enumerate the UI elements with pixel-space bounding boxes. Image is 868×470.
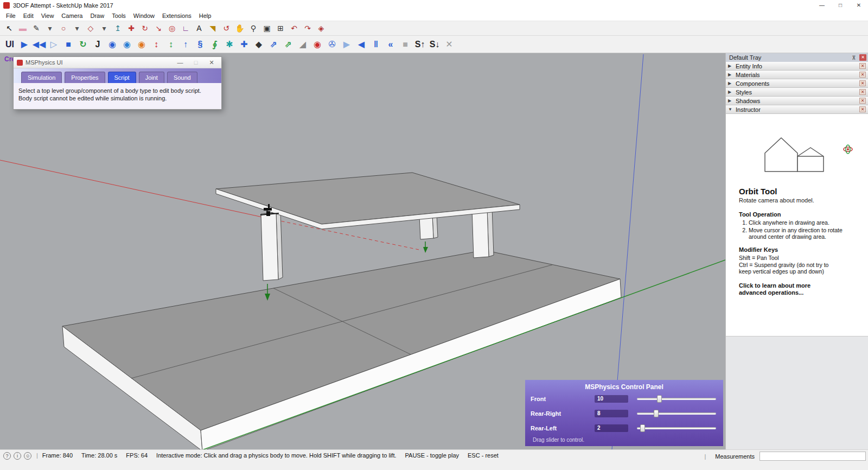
record-button[interactable]: ◉ <box>310 37 324 52</box>
drawing-area[interactable]: Cre MSPhysics UI — □ ✕ Simulation Proper… <box>0 53 725 449</box>
sign-in-icon[interactable]: ☺ <box>24 452 31 460</box>
panel-close-icon[interactable]: ✕ <box>859 89 866 95</box>
playback-previous-button[interactable]: ◀ <box>354 37 368 52</box>
plane-joint-icon[interactable]: ◢ <box>296 37 310 52</box>
expand-arrow-icon[interactable]: ▶ <box>728 72 733 77</box>
left-leg-front[interactable] <box>261 213 278 281</box>
piston-joint-icon[interactable]: ↕ <box>164 37 178 52</box>
tray-close-icon[interactable]: ✕ <box>859 54 866 61</box>
scene-up-button[interactable]: S↑ <box>413 37 427 52</box>
dialog-title-bar[interactable]: MSPhysics UI — □ ✕ <box>14 57 221 68</box>
panel-close-icon[interactable]: ✕ <box>859 98 866 104</box>
expand-arrow-icon[interactable]: ▶ <box>728 63 733 68</box>
menu-tools[interactable]: Tools <box>108 11 130 20</box>
line-tool-icon[interactable]: ✎ <box>30 22 43 35</box>
expand-arrow-icon[interactable]: ▶ <box>728 98 733 103</box>
pan-tool-icon[interactable]: ✋ <box>233 22 246 35</box>
panel-components[interactable]: ▶ Components ✕ <box>726 79 868 88</box>
zoom-tool-icon[interactable]: ⚲ <box>247 22 260 35</box>
panel-materials[interactable]: ▶ Materials ✕ <box>726 71 868 79</box>
polygon-tool-icon[interactable]: ◇ <box>84 22 97 35</box>
slider-track[interactable] <box>637 412 716 415</box>
rotate-tool-icon[interactable]: ↻ <box>138 22 151 35</box>
fixed-joint-icon[interactable]: ◆ <box>252 37 266 52</box>
menu-camera[interactable]: Camera <box>58 11 86 20</box>
circle-tool-icon[interactable]: ○ <box>57 22 70 35</box>
msphysics-ui-button[interactable]: UI <box>3 37 17 52</box>
slider-thumb[interactable] <box>640 424 645 432</box>
eraser-tool-icon[interactable]: ▬ <box>16 22 29 35</box>
offset-tool-icon[interactable]: ◎ <box>165 22 178 35</box>
zoom-extents-tool-icon[interactable]: ⊞ <box>274 22 287 35</box>
info-icon[interactable]: i <box>14 452 21 460</box>
close-button[interactable]: ✕ <box>850 0 868 11</box>
playback-rewind-button[interactable]: « <box>384 37 398 52</box>
menu-help[interactable]: Help <box>195 11 215 20</box>
expand-arrow-icon[interactable]: ▶ <box>728 90 733 94</box>
pin-icon[interactable]: ⊼ <box>850 55 858 61</box>
line-tool-dropdown-icon[interactable]: ▾ <box>43 22 56 35</box>
playback-play-button[interactable]: ▶ <box>340 37 354 52</box>
expand-arrow-icon[interactable]: ▶ <box>728 81 733 86</box>
menu-file[interactable]: File <box>2 11 20 20</box>
camera-follow-button[interactable]: ✇ <box>325 37 339 52</box>
menu-edit[interactable]: Edit <box>20 11 37 20</box>
panel-instructor[interactable]: ▼ Instructor ✕ <box>726 105 868 114</box>
move-tool-icon[interactable]: ✚ <box>125 22 138 35</box>
instructor-advanced-link[interactable]: Click to learn about more advanced opera… <box>739 282 828 296</box>
slider-front[interactable] <box>637 395 716 403</box>
play-animation-button[interactable]: ▷ <box>47 37 61 52</box>
previous-view-icon[interactable]: ↶ <box>288 22 301 35</box>
corkscrew-joint-icon[interactable]: ∮ <box>208 37 222 52</box>
slider-track[interactable] <box>637 398 716 400</box>
hinge-joint-icon[interactable]: ◉ <box>105 37 119 52</box>
menu-extensions[interactable]: Extensions <box>158 11 195 20</box>
playback-pause-button[interactable]: ‖ <box>369 37 383 52</box>
tab-sound[interactable]: Sound <box>167 72 197 83</box>
dialog-minimize-button[interactable]: — <box>174 59 187 66</box>
pushpull-tool-icon[interactable]: ↥ <box>111 22 124 35</box>
reset-simulation-button[interactable]: ◀◀ <box>32 37 46 52</box>
spring-joint-icon[interactable]: § <box>193 37 207 52</box>
slider-rear-left[interactable] <box>637 424 716 433</box>
dialog-close-button[interactable]: ✕ <box>205 59 218 66</box>
slider-track[interactable] <box>637 427 716 429</box>
ball-joint-icon[interactable]: ✱ <box>222 37 237 52</box>
tape-measure-tool-icon[interactable]: ∟ <box>179 22 192 35</box>
restore-button[interactable]: □ <box>831 0 850 11</box>
dialog-maximize-button[interactable]: □ <box>189 59 202 66</box>
panel-close-icon[interactable]: ✕ <box>859 63 866 69</box>
paint-bucket-tool-icon[interactable]: ◥ <box>206 22 219 35</box>
zoom-window-tool-icon[interactable]: ▣ <box>260 22 273 35</box>
next-view-icon[interactable]: ↷ <box>301 22 314 35</box>
menu-view[interactable]: View <box>37 11 58 20</box>
toggle-play-button[interactable]: ▶ <box>17 37 31 52</box>
universal-joint-icon[interactable]: ✚ <box>237 37 251 52</box>
curvy-piston-joint-icon[interactable]: ⇗ <box>281 37 295 52</box>
minimize-button[interactable]: — <box>813 0 831 11</box>
up-vector-joint-icon[interactable]: ↑ <box>178 37 193 52</box>
make-component-icon[interactable]: ◈ <box>315 22 328 35</box>
slider-thumb[interactable] <box>657 395 662 403</box>
panel-close-icon[interactable]: ✕ <box>859 106 866 112</box>
tab-joint[interactable]: Joint <box>139 72 164 83</box>
replay-animation-button[interactable]: ↻ <box>76 37 90 52</box>
close-all-button[interactable]: ✕ <box>442 37 456 52</box>
scene-down-button[interactable]: S↓ <box>427 37 442 52</box>
curvy-slider-joint-icon[interactable]: ⇗ <box>266 37 280 52</box>
polygon-tool-dropdown-icon[interactable]: ▾ <box>98 22 111 35</box>
servo-joint-icon[interactable]: ◉ <box>135 37 149 52</box>
panel-entity-info[interactable]: ▶ Entity Info ✕ <box>726 62 868 71</box>
tab-properties[interactable]: Properties <box>65 72 105 83</box>
panel-close-icon[interactable]: ✕ <box>859 72 866 78</box>
motor-joint-icon[interactable]: ◉ <box>120 37 134 52</box>
stop-animation-button[interactable]: ■ <box>61 37 75 52</box>
panel-styles[interactable]: ▶ Styles ✕ <box>726 88 868 97</box>
joint-connection-tool-icon[interactable]: J <box>91 37 105 52</box>
menu-window[interactable]: Window <box>130 11 158 20</box>
scale-tool-icon[interactable]: ↘ <box>152 22 165 35</box>
tab-script[interactable]: Script <box>108 72 136 83</box>
circle-tool-dropdown-icon[interactable]: ▾ <box>71 22 84 35</box>
measurements-input[interactable] <box>760 452 866 461</box>
slider-thumb[interactable] <box>654 410 659 417</box>
